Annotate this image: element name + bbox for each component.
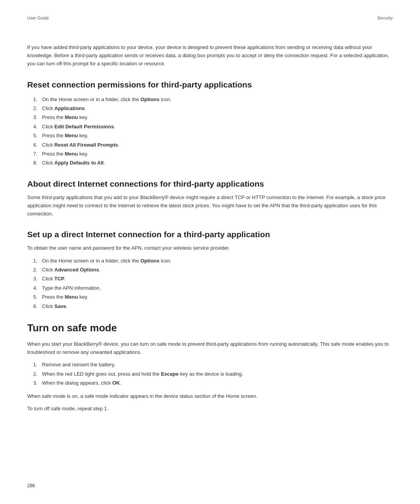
step-item: When the red LED light goes out, press a… [39,369,393,378]
step-item: Type the APN information. [39,284,393,292]
step-item: Click TCP. [39,274,393,283]
sections-container: Reset connection permissions for third-p… [27,79,393,413]
step-item: Click Apply Defaults to All. [39,158,393,167]
step-item: Click Advanced Options. [39,265,393,274]
intro-paragraph: If you have added third-party applicatio… [27,44,393,68]
step-item: Click Edit Default Permissions. [39,122,393,131]
page-header: User Guide Security [27,16,393,20]
step-item: Press the Menu key. [39,292,393,301]
section-reset-connection: Reset connection permissions for third-p… [27,79,393,167]
step-item: When the dialog appears, click OK. [39,378,393,387]
section-set-up-direct-internet: Set up a direct Internet connection for … [27,229,393,311]
after-step-0: When safe mode is on, a safe mode indica… [27,392,393,401]
steps-list-turn-on-safe-mode: Remove and reinsert the battery.When the… [27,360,393,387]
after-step-1: To turn off safe mode, repeat step 1. [27,405,393,413]
steps-list-reset-connection: On the Home screen or in a folder, click… [27,95,393,168]
section-intro-set-up-direct-internet: To obtain the user name and password for… [27,244,393,252]
page: User Guide Security If you have added th… [0,0,420,504]
steps-list-set-up-direct-internet: On the Home screen or in a folder, click… [27,256,393,311]
section-title-turn-on-safe-mode: Turn on safe mode [27,322,393,335]
section-about-direct-internet: About direct Internet connections for th… [27,178,393,218]
section-body-turn-on-safe-mode: When you start your BlackBerry® device, … [27,340,393,357]
section-body-about-direct-internet: Some third-party applications that you a… [27,194,393,218]
step-item: Press the Menu key. [39,131,393,140]
section-title-reset-connection: Reset connection permissions for third-p… [27,79,393,90]
header-left-label: User Guide [27,16,49,20]
step-item: On the Home screen or in a folder, click… [39,256,393,265]
section-title-about-direct-internet: About direct Internet connections for th… [27,178,393,189]
step-item: Press the Menu key. [39,113,393,122]
header-right-label: Security [377,16,393,20]
page-number: 286 [27,483,35,488]
step-item: Click Reset All Firewall Prompts. [39,140,393,149]
step-item: Remove and reinsert the battery. [39,360,393,369]
step-item: On the Home screen or in a folder, click… [39,95,393,104]
section-title-set-up-direct-internet: Set up a direct Internet connection for … [27,229,393,240]
section-turn-on-safe-mode: Turn on safe modeWhen you start your Bla… [27,322,393,413]
step-item: Click Applications. [39,104,393,113]
step-item: Press the Menu key. [39,149,393,158]
step-item: Click Save. [39,302,393,311]
